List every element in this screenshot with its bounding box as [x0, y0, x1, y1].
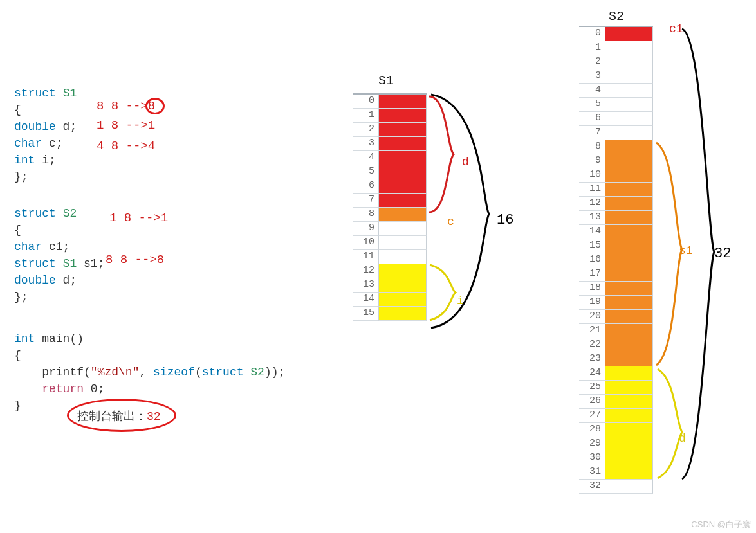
- byte-index: 1: [353, 109, 378, 123]
- byte-index: 7: [579, 126, 605, 140]
- table-row: 6: [353, 179, 427, 194]
- table-row: 29: [579, 437, 653, 451]
- table-row: 7: [353, 194, 427, 208]
- byte-index: 15: [579, 239, 605, 253]
- table-row: 27: [579, 409, 653, 423]
- table-row: 5: [353, 165, 427, 179]
- table-row: 14: [579, 225, 653, 239]
- byte-index: 6: [579, 112, 605, 126]
- byte-cell: [605, 126, 653, 140]
- table-row: 11: [579, 183, 653, 197]
- table-row: 28: [579, 423, 653, 437]
- table-row: 5: [579, 98, 653, 112]
- table-row: 13: [353, 278, 427, 293]
- byte-cell: [605, 168, 653, 183]
- table-row: 10: [353, 236, 427, 250]
- byte-cell: [605, 324, 653, 338]
- table-row: 30: [579, 451, 653, 465]
- table-row: 3: [353, 137, 427, 151]
- table-row: 7: [579, 126, 653, 140]
- table-row: 21: [579, 324, 653, 338]
- s1-label-i: i: [457, 294, 464, 307]
- table-row: 12: [353, 264, 427, 278]
- byte-cell: [605, 84, 653, 98]
- byte-index: 24: [579, 366, 605, 381]
- byte-index: 27: [579, 409, 605, 423]
- s2-label-total: 32: [714, 246, 731, 262]
- byte-cell: [605, 267, 653, 282]
- table-row: 4: [353, 151, 427, 165]
- byte-index: 7: [353, 194, 378, 208]
- byte-cell: [378, 165, 427, 179]
- byte-index: 28: [579, 423, 605, 437]
- byte-cell: [605, 41, 653, 55]
- byte-cell: [605, 69, 653, 84]
- table-row: 19: [579, 296, 653, 310]
- byte-cell: [605, 282, 653, 296]
- table-row: 1: [353, 109, 427, 123]
- table-row: 20: [579, 310, 653, 324]
- s1-label-c: c: [447, 215, 454, 228]
- byte-index: 12: [579, 197, 605, 211]
- byte-cell: [605, 437, 653, 451]
- byte-cell: [605, 112, 653, 126]
- table-row: 23: [579, 352, 653, 366]
- byte-cell: [378, 137, 427, 151]
- byte-cell: [378, 278, 427, 293]
- byte-cell: [605, 451, 653, 465]
- byte-cell: [378, 194, 427, 208]
- byte-cell: [605, 98, 653, 112]
- table-row: 16: [579, 253, 653, 267]
- table-row: 9: [579, 154, 653, 168]
- byte-cell: [605, 352, 653, 366]
- table-row: 2: [353, 123, 427, 137]
- byte-index: 31: [579, 465, 605, 480]
- byte-cell: [605, 253, 653, 267]
- table-row: 15: [579, 239, 653, 253]
- byte-index: 4: [353, 151, 378, 165]
- byte-index: 11: [353, 250, 378, 264]
- byte-index: 13: [353, 278, 378, 293]
- byte-cell: [605, 197, 653, 211]
- align-annotation-c: 1 8 -->1: [97, 118, 155, 132]
- code-struct-s2: struct S2 { char c1; struct S1 s1; doubl…: [14, 188, 104, 305]
- byte-index: 23: [579, 352, 605, 366]
- byte-index: 17: [579, 267, 605, 282]
- byte-cell: [378, 293, 427, 307]
- byte-cell: [378, 250, 427, 264]
- byte-index: 15: [353, 307, 378, 321]
- table-row: 0: [353, 95, 427, 109]
- byte-cell: [605, 27, 653, 41]
- byte-cell: [378, 222, 427, 236]
- byte-index: 19: [579, 296, 605, 310]
- table-row: 2: [579, 55, 653, 69]
- byte-index: 21: [579, 324, 605, 338]
- byte-index: 22: [579, 338, 605, 352]
- byte-cell: [605, 154, 653, 168]
- byte-index: 9: [353, 222, 378, 236]
- code-struct-s1: struct S1 { double d; char c; int i; };: [14, 68, 77, 185]
- table-row: 4: [579, 84, 653, 98]
- byte-cell: [605, 338, 653, 352]
- byte-cell: [378, 109, 427, 123]
- byte-cell: [605, 211, 653, 225]
- table-row: 10: [579, 168, 653, 183]
- byte-index: 25: [579, 381, 605, 395]
- table-row: 9: [353, 222, 427, 236]
- byte-index: 30: [579, 451, 605, 465]
- byte-index: 14: [579, 225, 605, 239]
- memory-table-s1: 0123456789101112131415: [353, 93, 427, 321]
- byte-index: 26: [579, 395, 605, 409]
- byte-cell: [605, 310, 653, 324]
- byte-index: 12: [353, 264, 378, 278]
- s2-title: S2: [609, 9, 624, 24]
- byte-cell: [378, 208, 427, 222]
- byte-cell: [605, 55, 653, 69]
- byte-cell: [378, 123, 427, 137]
- byte-index: 29: [579, 437, 605, 451]
- byte-index: 2: [353, 123, 378, 137]
- table-row: 13: [579, 211, 653, 225]
- byte-cell: [378, 264, 427, 278]
- byte-index: 11: [579, 183, 605, 197]
- byte-index: 0: [353, 95, 378, 109]
